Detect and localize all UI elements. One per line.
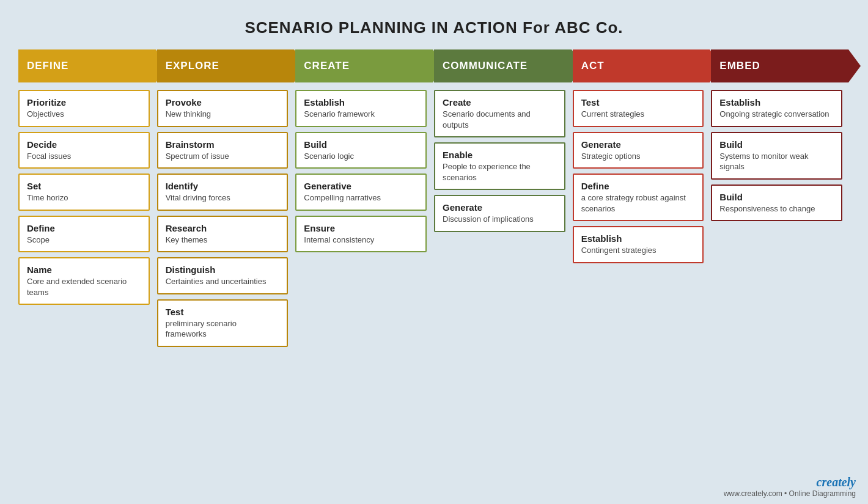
- card-create-0: EstablishScenario framework: [295, 90, 427, 127]
- card-create-1: BuildScenario logic: [295, 132, 427, 169]
- card-explore-0: ProvokeNew thinking: [157, 90, 289, 127]
- card-title-define-3: Define: [27, 223, 141, 233]
- card-explore-4: DistinguishCertainties and uncertainties: [157, 257, 289, 294]
- card-title-explore-0: Provoke: [166, 97, 280, 108]
- column-define: DEFINEPrioritizeObjectivesDecideFocal is…: [18, 49, 157, 310]
- card-communicate-1: EnablePeople to experience the scenarios: [434, 142, 565, 190]
- card-title-act-0: Test: [581, 97, 696, 108]
- arrow-body-define: DEFINE: [18, 49, 156, 82]
- arrow-body-embed: EMBED: [711, 49, 848, 82]
- card-sub-explore-5: preliminary scenario frameworks: [166, 318, 280, 340]
- card-title-embed-0: Establish: [719, 97, 834, 108]
- card-communicate-2: GenerateDiscussion of implications: [434, 195, 565, 232]
- page-title: SCENARIO PLANNING IN ACTION For ABC Co.: [0, 0, 868, 49]
- card-sub-act-2: a core strategy robust against scenarios: [581, 192, 696, 214]
- card-sub-define-2: Time horizo: [27, 192, 141, 203]
- arrow-header-communicate: COMMUNICATE: [434, 49, 584, 82]
- card-sub-create-3: Internal consistency: [304, 235, 418, 246]
- columns-wrapper: DEFINEPrioritizeObjectivesDecideFocal is…: [0, 49, 868, 352]
- card-act-2: Definea core strategy robust against sce…: [573, 173, 704, 221]
- card-sub-embed-1: Systems to monitor weak signals: [719, 151, 834, 172]
- card-sub-communicate-0: Scenario documents and outputs: [443, 109, 557, 130]
- card-define-4: NameCore and extended scenario teams: [18, 257, 150, 305]
- card-embed-0: EstablishOngoing strategic conversation: [711, 90, 842, 127]
- card-title-explore-1: Brainstorm: [166, 139, 280, 150]
- card-title-create-1: Build: [304, 139, 418, 150]
- card-sub-explore-1: Spectrum of issue: [166, 151, 280, 162]
- card-explore-1: BrainstormSpectrum of issue: [157, 132, 289, 169]
- card-sub-act-3: Contingent strategies: [581, 245, 696, 256]
- card-communicate-0: CreateScenario documents and outputs: [434, 90, 565, 137]
- card-sub-create-0: Scenario framework: [304, 109, 418, 120]
- card-title-explore-3: Research: [166, 223, 280, 233]
- card-sub-communicate-2: Discussion of implications: [443, 214, 557, 225]
- card-title-define-1: Decide: [27, 139, 141, 150]
- card-act-3: EstablishContingent strategies: [573, 226, 704, 263]
- card-sub-embed-2: Responsiveness to change: [719, 203, 834, 214]
- arrow-body-act: ACT: [573, 49, 710, 82]
- card-sub-create-1: Scenario logic: [304, 151, 418, 162]
- card-explore-5: Testpreliminary scenario frameworks: [157, 299, 289, 347]
- column-embed: EMBEDEstablishOngoing strategic conversa…: [711, 49, 850, 226]
- card-title-explore-5: Test: [166, 307, 280, 317]
- card-sub-define-4: Core and extended scenario teams: [27, 276, 141, 298]
- card-create-2: GenerativeCompelling narratives: [295, 173, 427, 211]
- arrow-header-explore: EXPLORE: [157, 49, 307, 82]
- card-sub-act-1: Strategic options: [581, 151, 696, 162]
- watermark-url: www.creately.com • Online Diagramming: [724, 489, 856, 498]
- card-title-act-2: Define: [581, 181, 696, 191]
- card-title-explore-2: Identify: [166, 181, 280, 191]
- card-sub-define-1: Focal issues: [27, 151, 141, 162]
- card-sub-explore-0: New thinking: [166, 109, 280, 120]
- card-title-communicate-0: Create: [443, 97, 557, 108]
- card-sub-create-2: Compelling narratives: [304, 192, 418, 203]
- card-title-define-2: Set: [27, 181, 141, 191]
- column-communicate: COMMUNICATECreateScenario documents and …: [434, 49, 573, 237]
- card-define-1: DecideFocal issues: [18, 132, 150, 169]
- card-sub-embed-0: Ongoing strategic conversation: [719, 109, 834, 120]
- arrow-tip-embed: [848, 49, 861, 82]
- card-sub-communicate-1: People to experience the scenarios: [443, 161, 557, 183]
- arrow-body-explore: EXPLORE: [157, 49, 295, 82]
- card-embed-2: BuildResponsiveness to change: [711, 184, 842, 222]
- card-define-3: DefineScope: [18, 216, 150, 253]
- card-sub-explore-3: Key themes: [166, 235, 280, 246]
- card-explore-3: ResearchKey themes: [157, 216, 289, 253]
- card-explore-2: IdentifyVital driving forces: [157, 173, 289, 211]
- card-title-communicate-1: Enable: [443, 150, 557, 160]
- card-title-create-3: Ensure: [304, 223, 418, 233]
- card-sub-define-3: Scope: [27, 235, 141, 246]
- card-title-define-4: Name: [27, 265, 141, 275]
- card-title-embed-2: Build: [719, 192, 834, 202]
- arrow-header-define: DEFINE: [18, 49, 168, 82]
- card-create-3: EnsureInternal consistency: [295, 216, 427, 253]
- arrow-header-create: CREATE: [295, 49, 445, 82]
- card-act-0: TestCurrent strategies: [573, 90, 704, 127]
- card-sub-act-0: Current strategies: [581, 109, 696, 120]
- card-title-act-3: Establish: [581, 233, 696, 244]
- card-define-2: SetTime horizo: [18, 173, 150, 211]
- column-act: ACTTestCurrent strategiesGenerateStrateg…: [573, 49, 712, 268]
- column-create: CREATEEstablishScenario frameworkBuildSc…: [295, 49, 434, 257]
- card-title-act-1: Generate: [581, 139, 696, 150]
- brand-logo: creately: [724, 475, 856, 489]
- card-title-define-0: Prioritize: [27, 97, 141, 108]
- arrow-body-communicate: COMMUNICATE: [434, 49, 572, 82]
- card-sub-define-0: Objectives: [27, 109, 141, 120]
- card-act-1: GenerateStrategic options: [573, 132, 704, 169]
- card-title-explore-4: Distinguish: [166, 265, 280, 275]
- card-embed-1: BuildSystems to monitor weak signals: [711, 132, 842, 180]
- card-title-communicate-2: Generate: [443, 202, 557, 213]
- card-title-embed-1: Build: [719, 139, 834, 150]
- card-sub-explore-2: Vital driving forces: [166, 192, 280, 203]
- card-title-create-2: Generative: [304, 181, 418, 191]
- column-explore: EXPLOREProvokeNew thinkingBrainstormSpec…: [157, 49, 296, 352]
- card-define-0: PrioritizeObjectives: [18, 90, 150, 127]
- watermark: creately www.creately.com • Online Diagr…: [724, 475, 856, 498]
- arrow-body-create: CREATE: [295, 49, 433, 82]
- card-title-create-0: Establish: [304, 97, 418, 108]
- card-sub-explore-4: Certainties and uncertainties: [166, 276, 280, 287]
- arrow-header-embed: EMBED: [711, 49, 861, 82]
- arrow-header-act: ACT: [573, 49, 723, 82]
